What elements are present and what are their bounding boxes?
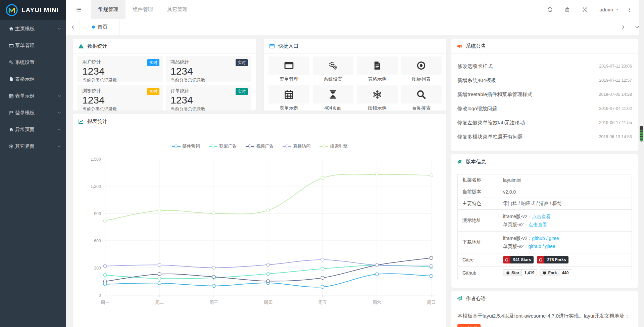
shortcut-菜单管理[interactable]: 菜单管理 (268, 56, 309, 82)
legend-label: 视频广告 (256, 143, 274, 149)
version-row: 框架名称layuimini (458, 174, 632, 186)
announcement-date: 2019-07-11 23:06 (599, 64, 632, 69)
top-nav-tab[interactable]: 其它管理 (160, 0, 195, 19)
legend-item[interactable]: 直接访问 (283, 143, 311, 149)
version-link[interactable]: 点击查看 (528, 222, 547, 227)
announcement-row: 修复多模块菜单栏展开有问题2019-06-13 14:53 (457, 130, 632, 144)
shortcut-label: 菜单管理 (268, 76, 309, 82)
sidebar-item-label: 登录模板 (15, 110, 57, 116)
announcement-row: 修改logo缩放问题2019-07-04 11:02 (457, 101, 632, 116)
shortcut-label: 百度搜索 (401, 105, 442, 111)
sidebar-item[interactable]: 其它界面 (0, 138, 66, 155)
version-row-value: iframe版-v2：github / gitee单页版-v2：github /… (498, 232, 632, 253)
sidebar-item[interactable]: 异常页面 (0, 121, 66, 138)
gitee-badge[interactable]: G278 Forks (537, 256, 568, 263)
version-link[interactable]: gitee (549, 236, 559, 241)
sidebar-item[interactable]: 菜单管理 (0, 37, 66, 54)
shortcut-百度搜索[interactable]: 百度搜索 (401, 85, 442, 111)
legend-marker-icon (172, 145, 181, 148)
username: admin (599, 7, 613, 12)
data-stats-header: 数据统计 (73, 39, 256, 54)
top-nav-tabs: 常规管理组件管理其它管理 (91, 0, 195, 19)
stat-desc: 当前分类总记录数 (170, 77, 246, 83)
legend-item[interactable]: 联盟广告 (209, 143, 237, 149)
version-row: GiteeG941 StarsG278 Forks (458, 253, 632, 267)
flag-icon (7, 110, 15, 115)
version-table: 框架名称layuimini当前版本v2.0.0主要特色零门槛 / 响应式 / 清… (457, 174, 632, 279)
shortcut-按钮示例[interactable]: 按钮示例 (357, 85, 398, 111)
sidebar-item[interactable]: 登录模板 (0, 104, 66, 121)
version-row-label: Github (458, 267, 498, 279)
shortcuts-header: 快捷入口 (264, 39, 446, 54)
announcement-row: 新增treetable插件和菜单管理样式2019-07-05 14:28 (457, 87, 632, 101)
github-badge[interactable]: Fork440 (540, 269, 571, 276)
gears-icon (7, 60, 15, 65)
sidebar-item-label: 表格示例 (15, 76, 61, 82)
tabs-scroll-right-button[interactable] (616, 19, 630, 35)
version-link[interactable]: github (532, 236, 545, 241)
refresh-icon[interactable] (541, 0, 558, 19)
announcements-card: 系统公告 修改选项卡样式2019-07-11 23:06新增系统404模板201… (451, 39, 638, 151)
stat-value: 1234 (82, 65, 158, 77)
legend-marker-icon (209, 145, 217, 148)
announcement-date: 2019-07-05 14:28 (599, 92, 632, 97)
github-badge[interactable]: Star1,419 (503, 269, 537, 276)
announcement-row: 修改选项卡样式2019-07-11 23:06 (457, 59, 632, 73)
sidebar-item[interactable]: 表单示例 (0, 87, 66, 104)
snowflake-icon (357, 85, 398, 104)
legend-item[interactable]: 邮件营销 (172, 143, 200, 149)
announcement-text: 修复左侧菜单缩放tab无法移动 (457, 120, 525, 126)
version-link[interactable]: gitee (545, 244, 555, 249)
caret-down-icon (615, 8, 619, 11)
announcement-row: 新增系统404模板2019-07-11 12:57 (457, 73, 632, 87)
more-vertical-icon[interactable] (624, 0, 635, 19)
sidebar-collapse-icon[interactable] (66, 0, 91, 19)
svg-text:600: 600 (94, 239, 101, 243)
fullscreen-icon[interactable] (576, 0, 593, 19)
version-row-label: Gitee (458, 253, 498, 267)
page-tab-label: 首页 (98, 24, 108, 30)
gitee-badge[interactable]: G941 Stars (503, 256, 534, 263)
line-chart-icon (78, 119, 84, 124)
gitee-badge-text: 941 Stars (510, 256, 534, 263)
top-nav-tab[interactable]: 组件管理 (126, 0, 160, 19)
shortcut-表单示例[interactable]: 表单示例 (268, 85, 309, 111)
stat-desc: 当前分类总记录数 (82, 77, 158, 83)
legend-item[interactable]: 搜索引擎 (319, 143, 348, 149)
announcement-date: 2019-06-13 14:53 (599, 134, 632, 139)
version-link[interactable]: 点击查看 (532, 214, 551, 219)
author-note-card: 作者心语 本模板基于layui2.5.4以及font-awesome-4.7.0… (451, 291, 638, 327)
sidebar-item-label: 其它界面 (15, 143, 57, 150)
legend-item[interactable]: 视频广告 (246, 143, 274, 149)
sidebar-item[interactable]: 系统设置 (0, 54, 66, 71)
nav-action-icons (541, 0, 593, 19)
card-title: 系统公告 (466, 43, 486, 49)
page-tab[interactable]: 首页 (80, 19, 120, 35)
shortcut-系统设置[interactable]: 系统设置 (313, 56, 354, 82)
stats-grid: 用户统计1234当前分类总记录数实时商品统计1234当前分类总记录数实时浏览统计… (73, 54, 256, 111)
shortcut-404页面[interactable]: 404页面 (313, 85, 354, 111)
announcement-date: 2019-07-11 12:57 (599, 78, 632, 83)
shortcuts-grid: 菜单管理系统设置表格示例图标列表表单示例404页面按钮示例百度搜索 (264, 54, 446, 111)
sidebar-item[interactable]: 表格示例 (0, 71, 66, 87)
logo[interactable]: LAYUI MINI (0, 0, 66, 20)
top-nav-tab[interactable]: 常规管理 (91, 0, 126, 19)
gitee-logo-icon: G (537, 256, 544, 263)
tabs-scroll-left-button[interactable] (66, 19, 80, 35)
announcement-text: 新增系统404模板 (457, 77, 496, 84)
trash-icon[interactable] (558, 0, 576, 19)
shortcuts-card: 快捷入口 菜单管理系统设置表格示例图标列表表单示例404页面按钮示例百度搜索 (264, 39, 446, 111)
layui-doc-badge[interactable]: layui文档 (457, 324, 481, 327)
user-menu[interactable]: admin (599, 7, 619, 12)
active-tab-dot-icon (92, 26, 95, 29)
github-badge-text: Star (511, 271, 519, 275)
home-icon (7, 26, 15, 31)
legend-marker-icon (246, 145, 254, 148)
shortcut-表格示例[interactable]: 表格示例 (357, 56, 398, 82)
stat-label: 浏览统计 (82, 88, 158, 94)
scrollbar-thumb[interactable] (640, 126, 643, 141)
svg-text:周二: 周二 (155, 300, 164, 305)
sidebar-item[interactable]: 主页模板 (0, 20, 66, 37)
version-link[interactable]: github (528, 244, 541, 249)
shortcut-图标列表[interactable]: 图标列表 (401, 56, 442, 82)
